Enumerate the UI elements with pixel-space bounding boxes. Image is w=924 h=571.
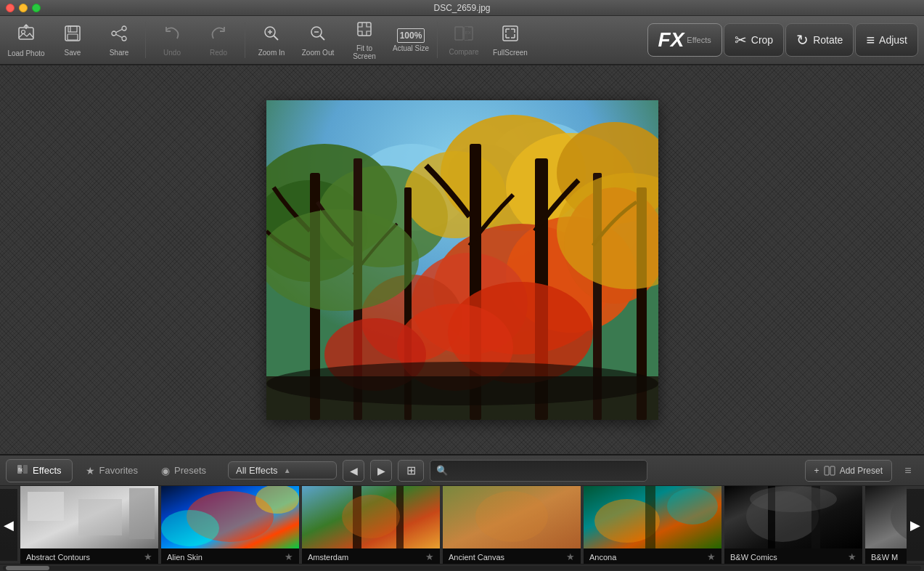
- fullscreen-label: FullScreen: [493, 49, 528, 57]
- effect-thumb-ancona[interactable]: Ancona ★: [584, 486, 721, 564]
- thumb-star-button[interactable]: ★: [707, 551, 716, 562]
- compare-icon: FX: [454, 25, 474, 46]
- strip-prev-button[interactable]: ◀: [0, 489, 17, 561]
- svg-line-10: [116, 34, 122, 37]
- zoom-in-button[interactable]: Zoom In: [248, 18, 295, 62]
- thumb-star-button[interactable]: ★: [285, 551, 293, 562]
- grid-view-button[interactable]: ⊞: [398, 460, 424, 482]
- prev-arrow-icon: ◀: [350, 465, 358, 477]
- scroll-thumb[interactable]: [6, 566, 49, 570]
- thumb-image: [865, 486, 907, 548]
- add-preset-plus-icon: +: [814, 466, 819, 476]
- thumb-image: [443, 486, 581, 548]
- effect-thumb-alien-skin[interactable]: Alien Skin ★: [161, 486, 299, 564]
- all-effects-label: All Effects: [236, 465, 278, 476]
- svg-point-53: [266, 362, 658, 405]
- svg-rect-61: [28, 492, 64, 521]
- thumb-image: [584, 486, 721, 548]
- effect-thumb-b&w-m[interactable]: B&W M ★: [865, 486, 907, 564]
- load-photo-label: Load Photo: [7, 49, 44, 57]
- actual-size-icon: 100%: [397, 28, 425, 43]
- svg-text:FX: FX: [465, 31, 471, 35]
- close-button[interactable]: [6, 4, 15, 12]
- effects-controls: All Effects ▲ ◀ ▶ ⊞ 🔍 + Add Prese: [228, 460, 918, 482]
- fx-tab-icon: fx: [17, 464, 28, 477]
- fullscreen-button[interactable]: FullScreen: [487, 18, 533, 62]
- redo-button[interactable]: Redo: [195, 18, 242, 62]
- share-button[interactable]: Share: [96, 18, 142, 62]
- svg-rect-23: [503, 26, 518, 41]
- fx-effects-button[interactable]: FX Effects: [647, 23, 722, 57]
- crop-button[interactable]: ✂ Crop: [724, 23, 784, 57]
- effect-thumb-abstract-contours[interactable]: Abstract Contours ★: [20, 486, 158, 564]
- compare-button[interactable]: FX Compare: [441, 18, 487, 62]
- add-preset-icon: [824, 466, 835, 476]
- strip-next-button[interactable]: ▶: [907, 489, 924, 561]
- presets-tab-icon: ◉: [161, 465, 170, 477]
- thumb-label-bar: Abstract Contours ★: [20, 548, 158, 564]
- favorites-tab-icon: ★: [86, 465, 95, 477]
- effects-tabs-bar: fx Effects ★ Favorites ◉ Presets All Eff…: [0, 455, 924, 486]
- effect-thumb-amsterdam[interactable]: Amsterdam ★: [302, 486, 440, 564]
- zoom-out-button[interactable]: Zoom Out: [295, 18, 341, 62]
- actual-size-button[interactable]: 100% Actual Size: [388, 18, 434, 62]
- load-photo-icon: [16, 23, 36, 48]
- svg-rect-0: [19, 28, 33, 39]
- svg-rect-4: [68, 34, 78, 40]
- crop-icon: ✂: [735, 31, 747, 49]
- right-toolbar: FX Effects ✂ Crop ↻ Rotate ≡ Adjust: [647, 16, 921, 64]
- thumb-star-button[interactable]: ★: [425, 551, 434, 562]
- thumbnails-container: Abstract Contours ★ Alien Skin ★: [17, 486, 907, 564]
- effect-thumb-b&w-comics[interactable]: B&W Comics ★: [724, 486, 862, 564]
- rotate-icon: ↻: [796, 31, 809, 49]
- tab-effects[interactable]: fx Effects: [6, 459, 73, 482]
- adjust-button[interactable]: ≡ Adjust: [855, 23, 918, 57]
- maximize-button[interactable]: [32, 4, 41, 12]
- tab-favorites[interactable]: ★ Favorites: [75, 459, 148, 482]
- save-icon: [63, 24, 82, 47]
- bottom-scrollbar[interactable]: [0, 564, 924, 571]
- svg-line-17: [320, 36, 324, 40]
- svg-point-77: [667, 488, 718, 525]
- bottom-panel: fx Effects ★ Favorites ◉ Presets All Eff…: [0, 454, 924, 571]
- scroll-track: [3, 566, 921, 570]
- filter-icon: ≡: [904, 464, 911, 477]
- thumb-star-button[interactable]: ★: [144, 551, 152, 562]
- thumb-label-bar: Amsterdam ★: [302, 548, 440, 564]
- compare-label: Compare: [449, 48, 478, 56]
- thumb-label-text: Ancient Canvas: [449, 553, 504, 562]
- search-icon: 🔍: [436, 465, 448, 476]
- minimize-button[interactable]: [19, 4, 28, 12]
- redo-label: Redo: [210, 49, 227, 57]
- thumb-label-bar: Ancient Canvas ★: [443, 548, 581, 564]
- fit-to-screen-button[interactable]: Fit to Screen: [341, 18, 388, 62]
- titlebar: DSC_2659.jpg: [0, 0, 924, 16]
- all-effects-dropdown[interactable]: All Effects ▲: [228, 461, 337, 479]
- load-photo-button[interactable]: Load Photo: [3, 18, 49, 62]
- svg-point-71: [342, 495, 400, 538]
- search-effects-input[interactable]: 🔍: [430, 460, 647, 482]
- filter-button[interactable]: ≡: [898, 460, 918, 482]
- svg-rect-63: [129, 488, 155, 539]
- add-preset-button[interactable]: + Add Preset: [805, 460, 892, 482]
- thumb-image: [302, 486, 440, 548]
- tab-presets[interactable]: ◉ Presets: [151, 459, 216, 482]
- zoom-out-icon: [308, 24, 327, 47]
- undo-button[interactable]: Undo: [149, 18, 195, 62]
- thumb-label-bar: Ancona ★: [584, 548, 721, 564]
- undo-icon: [163, 24, 181, 47]
- actual-size-label: Actual Size: [393, 44, 429, 52]
- thumb-label-text: B&W Comics: [730, 553, 777, 562]
- effects-strip: ◀ Abstract Contours ★: [0, 486, 924, 564]
- next-effect-button[interactable]: ▶: [370, 460, 392, 482]
- thumb-star-button[interactable]: ★: [566, 551, 575, 562]
- thumb-label-bar: Alien Skin ★: [161, 548, 299, 564]
- save-button[interactable]: Save: [49, 18, 96, 62]
- effect-thumb-ancient-canvas[interactable]: Ancient Canvas ★: [443, 486, 581, 564]
- rotate-label: Rotate: [813, 34, 843, 46]
- prev-effect-button[interactable]: ◀: [343, 460, 364, 482]
- rotate-button[interactable]: ↻ Rotate: [785, 23, 854, 57]
- fit-to-screen-label: Fit to Screen: [344, 44, 385, 60]
- thumb-star-button[interactable]: ★: [848, 551, 856, 562]
- svg-rect-18: [358, 23, 371, 36]
